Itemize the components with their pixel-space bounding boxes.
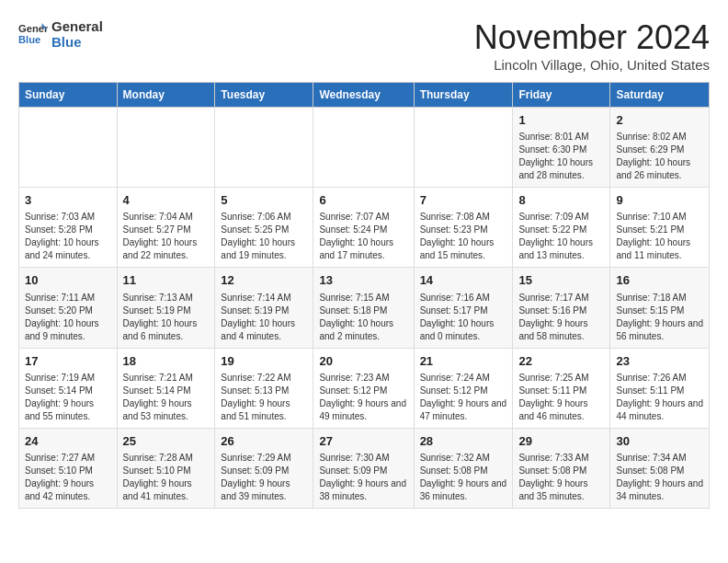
day-number: 6 (319, 192, 407, 209)
day-info: Sunrise: 7:30 AM Sunset: 5:09 PM Dayligh… (319, 452, 407, 503)
svg-text:Blue: Blue (18, 34, 40, 45)
calendar-day: 28Sunrise: 7:32 AM Sunset: 5:08 PM Dayli… (414, 428, 513, 508)
day-number: 29 (518, 433, 604, 450)
logo-blue-text: Blue (51, 34, 103, 50)
day-info: Sunrise: 7:09 AM Sunset: 5:22 PM Dayligh… (518, 211, 604, 262)
calendar-day: 5Sunrise: 7:06 AM Sunset: 5:25 PM Daylig… (215, 188, 313, 268)
day-number: 25 (123, 433, 210, 450)
calendar-day: 19Sunrise: 7:22 AM Sunset: 5:13 PM Dayli… (215, 348, 313, 428)
day-number: 22 (518, 353, 604, 370)
calendar-day: 21Sunrise: 7:24 AM Sunset: 5:12 PM Dayli… (414, 348, 513, 428)
calendar-day (414, 108, 513, 188)
day-number: 17 (25, 353, 111, 370)
calendar-day: 6Sunrise: 7:07 AM Sunset: 5:24 PM Daylig… (313, 188, 414, 268)
calendar-day: 29Sunrise: 7:33 AM Sunset: 5:08 PM Dayli… (513, 428, 610, 508)
day-number: 19 (221, 353, 307, 370)
calendar-day: 16Sunrise: 7:18 AM Sunset: 5:15 PM Dayli… (610, 268, 710, 348)
day-info: Sunrise: 7:11 AM Sunset: 5:20 PM Dayligh… (25, 292, 111, 343)
day-number: 10 (25, 272, 111, 289)
day-number: 23 (616, 353, 703, 370)
calendar-day (313, 108, 414, 188)
calendar-day: 22Sunrise: 7:25 AM Sunset: 5:11 PM Dayli… (513, 348, 610, 428)
day-number: 8 (518, 192, 604, 209)
day-info: Sunrise: 7:24 AM Sunset: 5:12 PM Dayligh… (420, 372, 507, 423)
day-info: Sunrise: 8:01 AM Sunset: 6:30 PM Dayligh… (518, 131, 604, 182)
day-number: 9 (616, 192, 703, 209)
calendar-day: 10Sunrise: 7:11 AM Sunset: 5:20 PM Dayli… (19, 268, 118, 348)
day-number: 3 (25, 192, 111, 209)
logo-icon: General Blue (18, 19, 48, 49)
day-info: Sunrise: 7:04 AM Sunset: 5:27 PM Dayligh… (123, 211, 210, 262)
calendar-day: 11Sunrise: 7:13 AM Sunset: 5:19 PM Dayli… (117, 268, 215, 348)
calendar-header: SundayMondayTuesdayWednesdayThursdayFrid… (19, 83, 710, 108)
day-info: Sunrise: 7:18 AM Sunset: 5:15 PM Dayligh… (616, 292, 703, 343)
weekday-header-friday: Friday (513, 83, 610, 108)
day-info: Sunrise: 7:34 AM Sunset: 5:08 PM Dayligh… (616, 452, 703, 503)
weekday-header-saturday: Saturday (610, 83, 710, 108)
calendar-day: 26Sunrise: 7:29 AM Sunset: 5:09 PM Dayli… (215, 428, 313, 508)
calendar-day: 14Sunrise: 7:16 AM Sunset: 5:17 PM Dayli… (414, 268, 513, 348)
day-number: 14 (420, 272, 507, 289)
day-number: 28 (420, 433, 507, 450)
day-number: 24 (25, 433, 111, 450)
day-info: Sunrise: 7:08 AM Sunset: 5:23 PM Dayligh… (420, 211, 507, 262)
weekday-header-thursday: Thursday (414, 83, 513, 108)
day-number: 27 (319, 433, 407, 450)
day-info: Sunrise: 8:02 AM Sunset: 6:29 PM Dayligh… (616, 131, 703, 182)
day-info: Sunrise: 7:25 AM Sunset: 5:11 PM Dayligh… (518, 372, 604, 423)
calendar-body: 1Sunrise: 8:01 AM Sunset: 6:30 PM Daylig… (19, 108, 710, 509)
day-info: Sunrise: 7:10 AM Sunset: 5:21 PM Dayligh… (616, 211, 703, 262)
day-info: Sunrise: 7:19 AM Sunset: 5:14 PM Dayligh… (25, 372, 111, 423)
day-info: Sunrise: 7:06 AM Sunset: 5:25 PM Dayligh… (221, 211, 307, 262)
day-number: 30 (616, 433, 703, 450)
calendar-week-4: 17Sunrise: 7:19 AM Sunset: 5:14 PM Dayli… (19, 348, 710, 428)
day-number: 26 (221, 433, 307, 450)
calendar-day: 20Sunrise: 7:23 AM Sunset: 5:12 PM Dayli… (313, 348, 414, 428)
day-info: Sunrise: 7:13 AM Sunset: 5:19 PM Dayligh… (123, 292, 210, 343)
day-number: 11 (123, 272, 210, 289)
day-number: 20 (319, 353, 407, 370)
day-info: Sunrise: 7:21 AM Sunset: 5:14 PM Dayligh… (123, 372, 210, 423)
day-info: Sunrise: 7:29 AM Sunset: 5:09 PM Dayligh… (221, 452, 307, 503)
day-info: Sunrise: 7:22 AM Sunset: 5:13 PM Dayligh… (221, 372, 307, 423)
calendar-day: 2Sunrise: 8:02 AM Sunset: 6:29 PM Daylig… (610, 108, 710, 188)
calendar-day (215, 108, 313, 188)
logo: General Blue General Blue (18, 18, 103, 50)
day-info: Sunrise: 7:33 AM Sunset: 5:08 PM Dayligh… (518, 452, 604, 503)
calendar-day: 13Sunrise: 7:15 AM Sunset: 5:18 PM Dayli… (313, 268, 414, 348)
calendar-day: 17Sunrise: 7:19 AM Sunset: 5:14 PM Dayli… (19, 348, 118, 428)
calendar-day: 4Sunrise: 7:04 AM Sunset: 5:27 PM Daylig… (117, 188, 215, 268)
calendar-day (117, 108, 215, 188)
day-info: Sunrise: 7:07 AM Sunset: 5:24 PM Dayligh… (319, 211, 407, 262)
day-info: Sunrise: 7:23 AM Sunset: 5:12 PM Dayligh… (319, 372, 407, 423)
day-number: 15 (518, 272, 604, 289)
logo-general-text: General (51, 18, 103, 34)
day-number: 2 (616, 112, 703, 129)
weekday-row: SundayMondayTuesdayWednesdayThursdayFrid… (19, 83, 710, 108)
calendar-day: 25Sunrise: 7:28 AM Sunset: 5:10 PM Dayli… (117, 428, 215, 508)
day-info: Sunrise: 7:03 AM Sunset: 5:28 PM Dayligh… (25, 211, 111, 262)
calendar-table: SundayMondayTuesdayWednesdayThursdayFrid… (18, 82, 710, 509)
day-number: 12 (221, 272, 307, 289)
day-info: Sunrise: 7:32 AM Sunset: 5:08 PM Dayligh… (420, 452, 507, 503)
calendar-day: 24Sunrise: 7:27 AM Sunset: 5:10 PM Dayli… (19, 428, 118, 508)
day-number: 18 (123, 353, 210, 370)
day-info: Sunrise: 7:17 AM Sunset: 5:16 PM Dayligh… (518, 292, 604, 343)
day-number: 21 (420, 353, 507, 370)
day-number: 5 (221, 192, 307, 209)
calendar-day: 1Sunrise: 8:01 AM Sunset: 6:30 PM Daylig… (513, 108, 610, 188)
calendar-day: 8Sunrise: 7:09 AM Sunset: 5:22 PM Daylig… (513, 188, 610, 268)
day-number: 4 (123, 192, 210, 209)
weekday-header-tuesday: Tuesday (215, 83, 313, 108)
day-info: Sunrise: 7:28 AM Sunset: 5:10 PM Dayligh… (123, 452, 210, 503)
day-info: Sunrise: 7:15 AM Sunset: 5:18 PM Dayligh… (319, 292, 407, 343)
day-number: 16 (616, 272, 703, 289)
calendar-day: 12Sunrise: 7:14 AM Sunset: 5:19 PM Dayli… (215, 268, 313, 348)
title-block: November 2024 Lincoln Village, Ohio, Uni… (474, 18, 710, 73)
day-number: 1 (518, 112, 604, 129)
calendar-week-5: 24Sunrise: 7:27 AM Sunset: 5:10 PM Dayli… (19, 428, 710, 508)
weekday-header-sunday: Sunday (19, 83, 118, 108)
day-info: Sunrise: 7:26 AM Sunset: 5:11 PM Dayligh… (616, 372, 703, 423)
calendar-week-3: 10Sunrise: 7:11 AM Sunset: 5:20 PM Dayli… (19, 268, 710, 348)
day-number: 7 (420, 192, 507, 209)
